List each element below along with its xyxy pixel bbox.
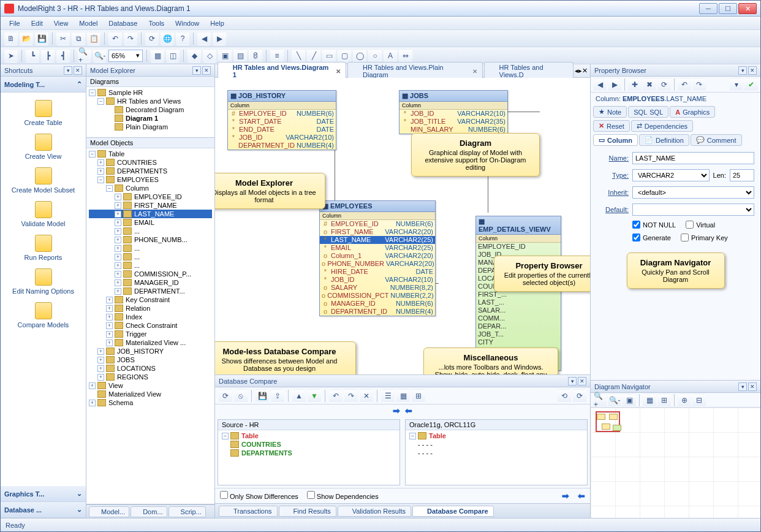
tree-node[interactable]: +Key Constraint (89, 295, 212, 304)
dropdown-icon[interactable]: ▾ (738, 66, 747, 75)
undo-icon[interactable]: ↶ (108, 32, 122, 45)
pointer-icon[interactable]: ➤ (4, 49, 18, 63)
shortcut-run-reports[interactable]: Run Reports (1, 231, 86, 265)
pin-icon[interactable]: ▾ (64, 66, 72, 75)
redo-icon[interactable]: ↷ (344, 389, 358, 403)
undo-icon[interactable]: ↶ (329, 389, 343, 403)
tree-node[interactable]: +PHONE_NUMB... (89, 235, 212, 244)
bottom-tab-transactions[interactable]: Transactions (219, 506, 278, 517)
arrow-right-icon[interactable]: ➡ (393, 406, 400, 416)
shortcut-create-table[interactable]: Create Table (1, 96, 86, 130)
entity-employees[interactable]: ▦ EMPLOYEESColumn#EMPLOYEE_IDNUMBER(6)oF… (319, 200, 436, 316)
len-input[interactable] (730, 169, 754, 181)
zoomout-icon[interactable]: 🔍- (608, 393, 621, 407)
dropdown-icon[interactable]: ▾ (730, 78, 743, 91)
list-icon[interactable]: ☰ (381, 389, 395, 403)
tree-node[interactable]: −Column (89, 184, 212, 192)
connector1-icon[interactable]: ┗ (26, 49, 39, 63)
tree-node[interactable]: +JOB_HISTORY (89, 347, 212, 355)
help-icon[interactable]: ? (176, 32, 189, 45)
arrow-right-icon[interactable]: ➡ (562, 491, 569, 501)
shortcut-edit-naming-options[interactable]: Edit Naming Options (1, 265, 86, 298)
shortcut-validate-model[interactable]: Validate Model (1, 197, 86, 231)
shape1-icon[interactable]: ◆ (187, 49, 201, 63)
tree-node[interactable]: +View (89, 381, 212, 390)
rect-icon[interactable]: ▭ (322, 49, 336, 63)
tree-node[interactable]: +Trigger (89, 330, 212, 338)
tree-node[interactable]: +COMMISSION_P... (89, 270, 212, 278)
menu-file[interactable]: File (4, 18, 25, 28)
zoomin-icon[interactable]: 🔍+ (78, 49, 91, 63)
export-icon[interactable]: ⇪ (271, 389, 284, 403)
diagram-tab[interactable]: HR Tables and Views.Plain Diagram✕ (347, 62, 483, 80)
tree-node[interactable]: +JOBS (89, 355, 212, 364)
menu-view[interactable]: View (49, 18, 74, 28)
explorer-tab[interactable]: Dom... (131, 506, 167, 517)
close-icon[interactable]: ✕ (748, 66, 757, 75)
bottom-tab-find-results[interactable]: Find Results (279, 506, 336, 517)
save-icon[interactable]: 💾 (35, 32, 48, 45)
diagram-tab[interactable]: HR Tables and Views.D (484, 62, 574, 80)
up-arrow-icon[interactable]: ▲ (292, 389, 306, 403)
nav-back-icon[interactable]: ◀ (197, 32, 211, 45)
pk-checkbox[interactable]: Primary Key (681, 234, 728, 241)
nav-back-icon[interactable]: ◀ (593, 78, 607, 91)
generate-checkbox[interactable]: Generate (632, 234, 671, 241)
shape4-icon[interactable]: ▤ (233, 49, 247, 63)
tree-node[interactable]: +REGIONS (89, 373, 212, 381)
ellipse-icon[interactable]: ◯ (353, 49, 366, 63)
sync-left-icon[interactable]: ⟲ (558, 389, 571, 403)
tree-node[interactable]: +FIRST_NAME (89, 201, 212, 210)
snap-icon[interactable]: ◫ (166, 49, 180, 63)
dropdown-icon[interactable]: ▾ (738, 382, 747, 391)
show-deps-checkbox[interactable]: Show Dependencies (307, 491, 379, 501)
entity-jobs[interactable]: ▦ JOBSColumn*JOB_IDVARCHAR2(10)*JOB_TITL… (399, 90, 508, 134)
close-button[interactable]: ✕ (738, 3, 757, 14)
menu-model[interactable]: Model (74, 18, 102, 28)
diagrams-tree[interactable]: −Sample HR −HR Tables and Views Decorate… (86, 87, 214, 132)
name-input[interactable] (632, 152, 754, 164)
shortcuts-group-database[interactable]: Database ...⌄ (1, 502, 86, 518)
save-icon[interactable]: 💾 (256, 389, 269, 403)
tree-node[interactable]: +LOCATIONS (89, 364, 212, 373)
zoomout-icon[interactable]: 🔍- (93, 49, 107, 63)
dropdown-icon[interactable]: ▾ (568, 377, 577, 386)
shortcuts-group-modeling[interactable]: Modeling T...⌃ (1, 77, 86, 93)
tree-node[interactable]: +Index (89, 313, 212, 321)
diagram-canvas[interactable]: ▦ JOB_HISTORYColumn#EMPLOYEE_IDNUMBER(6)… (215, 78, 590, 374)
tree-node[interactable]: +MANAGER_ID (89, 278, 212, 287)
shape3-icon[interactable]: ▣ (218, 49, 232, 63)
tab-reset[interactable]: ✕ Reset (593, 120, 630, 132)
tree-node[interactable]: +LAST_NAME (89, 210, 212, 218)
default-select[interactable] (632, 203, 754, 216)
navigator-canvas[interactable] (591, 408, 760, 518)
menu-window[interactable]: Window (170, 18, 204, 28)
refresh-icon[interactable]: ⟳ (219, 389, 232, 403)
zoomin-icon[interactable]: 🔍+ (593, 393, 607, 407)
connector2-icon[interactable]: ┣ (41, 49, 55, 63)
tab-comment[interactable]: 💬 Comment (691, 134, 742, 146)
tree-node[interactable]: +... (89, 227, 212, 235)
explorer-tab[interactable]: Scrip... (168, 506, 206, 517)
tree-node[interactable]: +DEPARTMENTS (89, 167, 212, 175)
shortcut-create-view[interactable]: Create View (1, 130, 86, 164)
arrow-left-icon[interactable]: ⬅ (405, 406, 412, 416)
circle-icon[interactable]: ○ (368, 49, 382, 63)
cut-icon[interactable]: ✂ (56, 32, 70, 45)
shortcuts-group-graphics[interactable]: Graphics T...⌄ (1, 486, 86, 502)
add-icon[interactable]: ✚ (628, 78, 642, 91)
tab-sql[interactable]: SQL SQL (628, 106, 668, 118)
tree-node[interactable]: +Schema (89, 398, 212, 407)
tree-icon[interactable]: ⊞ (412, 389, 425, 403)
tree-node[interactable]: −EMPLOYEES (89, 175, 212, 184)
nav-fwd-icon[interactable]: ▶ (608, 78, 621, 91)
copy-icon[interactable]: ⧉ (72, 32, 85, 45)
notnull-checkbox[interactable]: NOT NULL (632, 221, 676, 229)
explorer-tab[interactable]: Model... (89, 506, 129, 517)
tree-node[interactable]: +DEPARTMENT... (89, 287, 212, 295)
refresh-icon[interactable]: ⟳ (657, 78, 671, 91)
delete-icon[interactable]: ✕ (360, 389, 373, 403)
close-icon[interactable]: ✕ (74, 66, 82, 75)
overview-icon[interactable]: ⊞ (657, 393, 671, 407)
entity-job-history[interactable]: ▦ JOB_HISTORYColumn#EMPLOYEE_IDNUMBER(6)… (227, 90, 336, 150)
